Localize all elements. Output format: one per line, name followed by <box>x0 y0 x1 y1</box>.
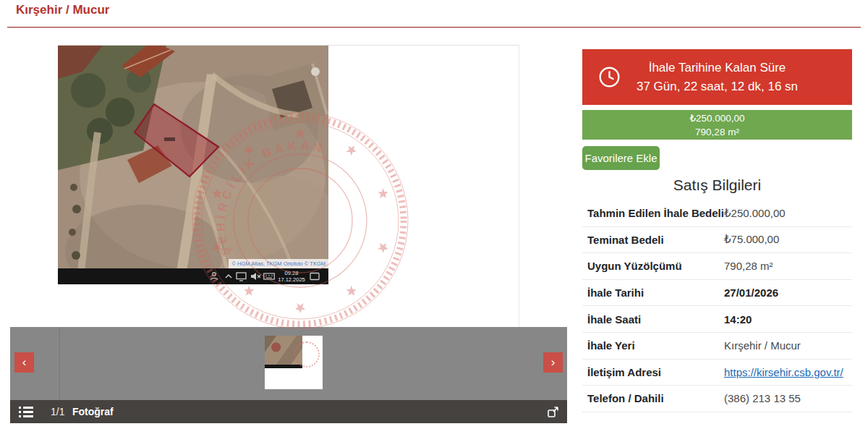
monitor-icon <box>236 271 247 281</box>
sale-details-panel: İhale Tarihine Kalan Süre 37 Gün, 22 saa… <box>582 49 852 105</box>
keyboard-icon <box>263 271 275 281</box>
list-icon <box>19 405 33 418</box>
contact-link[interactable]: https://kirsehir.csb.gov.tr/ <box>724 366 843 378</box>
countdown-remaining: 37 Gün, 22 saat, 12 dk, 16 sn <box>582 77 852 96</box>
person-icon <box>210 271 218 281</box>
countdown-title: İhale Tarihine Kalan Süre <box>582 59 852 77</box>
photo-stage: © HGM Atlas, TKGM Ortofoto © TKGM 09.28 … <box>10 45 567 327</box>
page-title: Kırşehir / Mucur <box>16 3 109 17</box>
gallery-toolbar: 1/1 Fotoğraf <box>10 400 567 423</box>
price-banner: ₺250.000,00 790,28 m² <box>582 110 852 140</box>
table-row: Telefon / Dahili (386) 213 13 55 <box>582 386 852 412</box>
parcel-photo[interactable]: © HGM Atlas, TKGM Ortofoto © TKGM 09.28 … <box>58 46 328 284</box>
table-row: İhale Yeri Kırşehir / Mucur <box>582 333 852 360</box>
photo-thumbnail[interactable] <box>265 336 323 389</box>
photo-list-button[interactable] <box>19 405 33 418</box>
satellite-image <box>58 46 328 284</box>
sale-info-table: Tahmin Edilen İhale Bedeli ₺250.000,00 T… <box>582 200 852 412</box>
fullscreen-button[interactable] <box>547 405 560 418</box>
table-row: Tahmin Edilen İhale Bedeli ₺250.000,00 <box>582 200 852 227</box>
expand-icon <box>547 405 560 418</box>
photo-taskbar-clock: 09.28 17.12.2025 <box>275 270 308 283</box>
table-row: Teminat Bedeli ₺75.000,00 <box>582 227 852 254</box>
prev-photo-button[interactable]: ‹ <box>14 352 34 373</box>
photo-viewer: © HGM Atlas, TKGM Ortofoto © TKGM 09.28 … <box>10 45 567 423</box>
table-row: İhale Tarihi 27/01/2026 <box>582 280 852 307</box>
speaker-mute-icon <box>250 271 261 281</box>
thumbnail-strip: ‹ › <box>10 327 567 400</box>
thumbnail-watermark <box>294 341 320 368</box>
chevron-up-icon <box>224 271 233 281</box>
strip-divider <box>59 327 60 400</box>
add-to-favorites-button[interactable]: Favorilere Ekle <box>582 146 660 170</box>
photo-taskbar: 09.28 17.12.2025 <box>58 268 328 284</box>
table-row: İletişim Adresi https://kirsehir.csb.gov… <box>582 360 852 386</box>
auction-detail-page: Kırşehir / Mucur <box>0 0 868 429</box>
map-attribution: © HGM Atlas, TKGM Ortofoto © TKGM <box>229 259 328 268</box>
chevron-left-icon: ‹ <box>22 355 27 369</box>
chevron-right-icon: › <box>551 355 556 369</box>
photo-label: Fotoğraf <box>72 406 114 417</box>
table-row: Uygun Yüzölçümü 790,28 m² <box>582 253 852 280</box>
photo-frame: © HGM Atlas, TKGM Ortofoto © TKGM 09.28 … <box>58 45 519 327</box>
photo-counter: 1/1 <box>51 406 64 417</box>
thumbnail-taskbar <box>265 365 302 368</box>
countdown-banner: İhale Tarihine Kalan Süre 37 Gün, 22 saa… <box>582 49 852 105</box>
notification-icon <box>310 271 320 281</box>
price-area: 790,28 m² <box>582 125 852 139</box>
table-row: İhale Saati 14:20 <box>582 306 852 333</box>
countdown-text: İhale Tarihine Kalan Süre 37 Gün, 22 saa… <box>582 59 852 96</box>
sale-info-heading: Satış Bilgileri <box>582 177 852 194</box>
next-photo-button[interactable]: › <box>543 352 563 373</box>
price-amount: ₺250.000,00 <box>582 111 852 125</box>
header-divider <box>7 27 861 28</box>
